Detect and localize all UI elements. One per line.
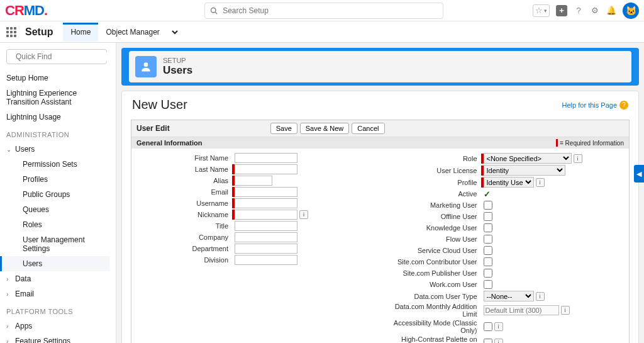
input-department[interactable] (235, 244, 297, 254)
help-icon[interactable]: ? (574, 6, 584, 16)
label-marketing-user: Marketing User (380, 201, 481, 209)
svg-point-0 (211, 8, 216, 13)
label-flow-user: Flow User (380, 235, 481, 243)
cancel-button[interactable]: Cancel (352, 123, 384, 134)
checkbox-flow-user[interactable] (484, 235, 492, 244)
checkbox-accessibility[interactable] (484, 322, 492, 331)
global-search[interactable] (204, 3, 443, 19)
checkbox-high-contrast[interactable] (484, 339, 492, 343)
chevron-right-icon: › (6, 276, 15, 283)
tab-home[interactable]: Home (63, 23, 98, 42)
help-icon: ? (619, 101, 628, 110)
info-icon[interactable]: i (536, 178, 545, 187)
select-user-license[interactable]: Identity (484, 165, 565, 176)
info-icon[interactable]: i (536, 292, 545, 301)
input-company[interactable] (235, 232, 297, 242)
label-work-com-user: Work.com User (380, 281, 481, 288)
hero-label: SETUP (163, 57, 192, 64)
label-user-license: User License (380, 167, 481, 174)
hero-title: Users (163, 64, 192, 77)
user-edit-form: User Edit Save Save & New Cancel General… (131, 120, 630, 343)
checkbox-knowledge-user[interactable] (484, 223, 492, 232)
sidebar-item-users[interactable]: ⌄ Users (6, 142, 109, 157)
help-link[interactable]: Help for this Page ? (562, 101, 628, 110)
sidebar-setup-home[interactable]: Setup Home (6, 70, 109, 86)
input-division[interactable] (235, 255, 297, 265)
sidebar-item-data[interactable]: › Data (6, 271, 109, 286)
label-alias: Alias (131, 177, 232, 184)
page-title: New User (132, 98, 187, 112)
select-profile[interactable]: Identity User (484, 177, 534, 188)
sidebar-lightning-transition[interactable]: Lightning Experience Transition Assistan… (6, 86, 109, 110)
gear-icon[interactable]: ⚙ (590, 6, 600, 16)
sidebar-lightning-usage[interactable]: Lightning Usage (6, 110, 109, 125)
select-role[interactable]: <None Specified> (484, 153, 572, 164)
input-alias[interactable] (235, 176, 272, 186)
info-icon[interactable]: i (494, 322, 503, 331)
sidebar-item-feature-settings[interactable]: › Feature Settings (6, 334, 109, 343)
tab-overflow[interactable] (167, 23, 182, 41)
add-icon[interactable]: + (556, 5, 567, 16)
info-icon[interactable]: i (574, 154, 582, 163)
sidebar-sub-users[interactable]: Users (0, 256, 109, 271)
label-site-contributor: Site.com Contributor User (380, 258, 481, 266)
checkbox-marketing-user[interactable] (484, 201, 492, 210)
checkbox-offline-user[interactable] (484, 212, 492, 221)
chevron-right-icon: › (6, 291, 15, 298)
checkbox-service-cloud-user[interactable] (484, 246, 492, 255)
input-title[interactable] (235, 221, 297, 231)
checkbox-work-com-user[interactable] (484, 280, 492, 289)
input-last-name[interactable] (235, 164, 297, 174)
label-username: Username (131, 200, 232, 207)
label-service-cloud-user: Service Cloud User (380, 247, 481, 254)
sidebar-item-apps[interactable]: › Apps (6, 318, 109, 334)
checkbox-site-publisher[interactable] (484, 269, 492, 278)
label-knowledge-user: Knowledge User (380, 224, 481, 232)
chevron-down-icon: ⌄ (6, 146, 15, 153)
save-button[interactable]: Save (270, 123, 297, 134)
info-icon[interactable]: i (299, 210, 308, 219)
sidebar-sub-profiles[interactable]: Profiles (6, 172, 109, 187)
input-first-name[interactable] (235, 153, 297, 163)
sidebar-sub-queues[interactable]: Queues (6, 202, 109, 217)
user-avatar[interactable]: 🐱 (623, 3, 639, 19)
input-username[interactable] (235, 198, 297, 208)
sidebar-sub-permission-sets[interactable]: Permission Sets (6, 157, 109, 172)
sidebar-sub-roles[interactable]: Roles (6, 217, 109, 232)
tab-object-manager[interactable]: Object Manager (98, 23, 167, 42)
label-company: Company (131, 233, 232, 241)
label-division: Division (131, 256, 232, 264)
svg-line-1 (215, 12, 217, 14)
global-search-input[interactable] (223, 6, 438, 15)
chevron-right-icon: › (6, 338, 15, 344)
page-hero: SETUP Users (121, 48, 639, 86)
quickfind[interactable] (6, 49, 107, 64)
app-logo: CRMD. (5, 3, 47, 19)
select-data-com-user-type[interactable]: --None-- (484, 291, 534, 301)
setup-title: Setup (25, 26, 53, 38)
favorites-button[interactable]: ☆ ▾ (533, 4, 550, 17)
bell-icon[interactable]: 🔔 (606, 6, 616, 16)
required-legend: = Required Information (556, 139, 624, 147)
label-role: Role (380, 155, 481, 162)
label-first-name: First Name (131, 154, 232, 162)
quickfind-input[interactable] (16, 52, 110, 61)
input-email[interactable] (235, 187, 297, 197)
label-nickname: Nickname (131, 211, 232, 218)
collapse-panel-button[interactable]: ◀ (634, 165, 644, 183)
input-nickname[interactable] (235, 210, 297, 220)
app-launcher-icon[interactable] (6, 27, 19, 37)
input-data-com-monthly[interactable] (484, 305, 559, 315)
sidebar-sub-public-groups[interactable]: Public Groups (6, 187, 109, 202)
info-icon[interactable]: i (494, 339, 503, 343)
save-new-button[interactable]: Save & New (300, 123, 350, 134)
users-icon (135, 56, 157, 77)
checkbox-site-contributor[interactable] (484, 257, 492, 266)
checkbox-active[interactable]: ✓ (484, 189, 491, 199)
label-email: Email (131, 188, 232, 196)
chevron-left-icon: ◀ (636, 170, 641, 178)
info-icon[interactable]: i (561, 306, 570, 315)
label-active: Active (380, 190, 481, 198)
sidebar-sub-user-mgmt[interactable]: User Management Settings (6, 232, 109, 256)
sidebar-item-email[interactable]: › Email (6, 286, 109, 301)
